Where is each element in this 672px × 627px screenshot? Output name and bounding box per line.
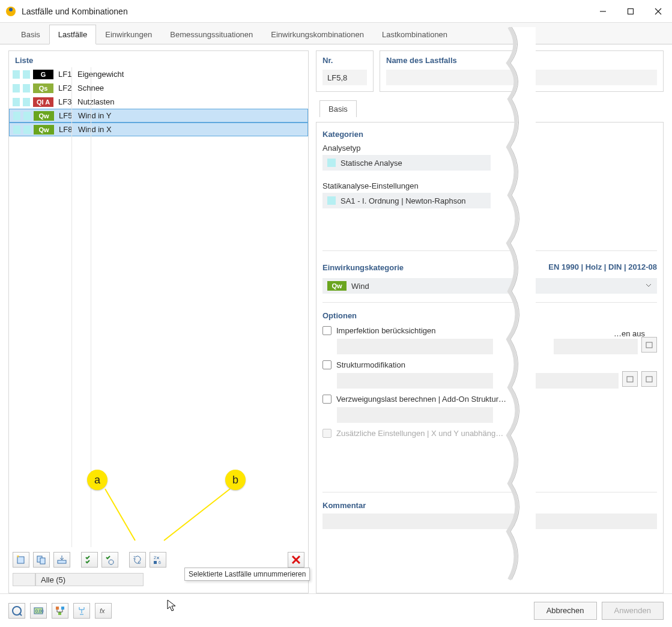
statik-value: SA1 - I. Ordnung | Newton-Raphson xyxy=(341,196,466,205)
checkbox[interactable] xyxy=(322,360,331,369)
name-label: Name des Lastfalls xyxy=(380,51,663,66)
tab-lastfaelle[interactable]: Lastfälle xyxy=(49,25,96,44)
maximize-button[interactable] xyxy=(617,0,644,23)
select-all-button[interactable] xyxy=(81,552,98,568)
einwirk-value: Wind xyxy=(351,282,369,291)
design-code: EN 1990 | Holz | DIN | 2012-08 xyxy=(548,262,657,271)
fx-button[interactable]: fx xyxy=(95,603,112,619)
list-heading: Liste xyxy=(9,51,308,67)
svg-rect-12 xyxy=(58,560,66,563)
analyse-label: Analysetyp xyxy=(322,144,657,153)
subtab-basis[interactable]: Basis xyxy=(319,100,357,117)
svg-rect-20 xyxy=(646,342,652,348)
new-button[interactable] xyxy=(13,552,29,568)
name-box: Name des Lastfalls xyxy=(380,50,664,92)
name-input[interactable] xyxy=(386,70,657,85)
panel-details: Nr. LF5,8 Name des Lastfalls Basis Kateg… xyxy=(316,50,664,593)
help-button[interactable] xyxy=(8,603,25,619)
calc-button[interactable] xyxy=(73,603,90,619)
option-input[interactable] xyxy=(337,407,493,423)
svg-rect-11 xyxy=(40,558,45,564)
nr-box: Nr. LF5,8 xyxy=(316,50,374,92)
copy-button[interactable] xyxy=(33,552,50,568)
deselect-button[interactable] xyxy=(101,552,118,568)
nr-label: Nr. xyxy=(316,51,373,66)
list-toolbar: 26 26 Selektierte Lastfälle umnummeriere… xyxy=(9,547,308,593)
swatch-icon xyxy=(327,196,336,205)
option-label: Strukturmodifikation xyxy=(336,360,405,369)
svg-rect-3 xyxy=(628,8,634,14)
cancel-button[interactable]: Abbrechen xyxy=(534,602,597,620)
svg-text:0,00: 0,00 xyxy=(35,609,44,613)
loadcase-list[interactable]: G LF1 Eigengewicht Qs LF2 Schnee QI A LF… xyxy=(9,67,308,547)
detail-subtabs: Basis xyxy=(316,97,664,117)
svg-text:2: 2 xyxy=(154,556,156,560)
statik-dropdown[interactable]: SA1 - I. Ordnung | Newton-Raphson xyxy=(322,193,491,208)
svg-rect-22 xyxy=(646,377,652,382)
option-label: Imperfektion berücksichtigen xyxy=(336,326,435,335)
option-input-right[interactable] xyxy=(554,339,638,354)
tab-basis[interactable]: Basis xyxy=(12,25,49,44)
checkbox[interactable] xyxy=(322,395,331,404)
filter-label: Alle (5) xyxy=(41,575,65,584)
svg-line-7 xyxy=(164,489,230,541)
tab-bemessung[interactable]: Bemessungssituationen xyxy=(161,25,262,44)
optionen-heading: Optionen xyxy=(322,311,657,320)
category-badge: Qw xyxy=(327,281,347,291)
renumber-selected-button[interactable]: 26 xyxy=(150,552,166,568)
einwirk-dropdown[interactable]: Qw Wind xyxy=(322,278,657,294)
content-area: Liste G LF1 Eigengewicht Qs LF2 Schnee xyxy=(0,44,672,593)
checkbox[interactable] xyxy=(322,326,331,335)
app-icon xyxy=(5,5,17,17)
filter-dropdown[interactable]: Alle (5) xyxy=(35,573,144,586)
svg-line-24 xyxy=(19,613,22,616)
option-strukturmod[interactable]: Strukturmodifikation xyxy=(322,360,657,369)
option-input[interactable] xyxy=(337,373,493,389)
kommentar-input[interactable] xyxy=(322,513,657,529)
delete-button[interactable] xyxy=(288,552,304,568)
option-zusaetzlich: Zusätzliche Einstellungen | X und Y unab… xyxy=(322,429,657,438)
option-label: Verzweigungslast berechnen | Add-On Stru… xyxy=(336,395,506,404)
option-imperfektion[interactable]: Imperfektion berücksichtigen xyxy=(322,326,657,335)
minimize-button[interactable] xyxy=(589,0,617,23)
analyse-dropdown[interactable]: Statische Analyse xyxy=(322,155,491,171)
svg-point-1 xyxy=(9,8,13,11)
swatch-icon xyxy=(327,159,336,167)
svg-rect-27 xyxy=(56,607,59,610)
tab-einwirkkomb[interactable]: Einwirkungskombinationen xyxy=(262,25,373,44)
right-text-fragment: …en aus xyxy=(614,329,645,338)
apply-button[interactable]: Anwenden xyxy=(602,602,664,620)
units-button[interactable]: 0,00 xyxy=(30,603,47,619)
filter-prev-button[interactable] xyxy=(13,573,35,586)
annotation-b: b xyxy=(225,470,246,490)
svg-line-6 xyxy=(105,489,135,541)
svg-rect-21 xyxy=(627,377,633,382)
kategorien-heading: Kategorien xyxy=(322,130,657,139)
svg-rect-8 xyxy=(17,557,24,563)
svg-rect-17 xyxy=(154,561,157,564)
nr-input[interactable]: LF5,8 xyxy=(322,70,367,85)
option-label: Zusätzliche Einstellungen | X und Y unab… xyxy=(336,429,503,438)
tab-lastkomb[interactable]: Lastkombinationen xyxy=(373,25,456,44)
tooltip: Selektierte Lastfälle umnummerieren xyxy=(184,568,310,581)
detail-body: Kategorien Analysetyp Statische Analyse … xyxy=(316,122,664,593)
edit-button[interactable] xyxy=(641,371,657,387)
chevron-down-icon xyxy=(645,282,652,291)
option-input[interactable] xyxy=(337,339,493,354)
analyse-value: Statische Analyse xyxy=(341,159,402,168)
cursor-icon xyxy=(167,599,177,613)
kommentar-heading: Kommentar xyxy=(322,501,657,510)
edit-button[interactable] xyxy=(641,337,657,353)
tree-button[interactable] xyxy=(52,603,68,619)
main-tabstrip: Basis Lastfälle Einwirkungen Bemessungss… xyxy=(0,23,672,44)
tab-einwirkungen[interactable]: Einwirkungen xyxy=(96,25,161,44)
close-button[interactable] xyxy=(644,0,672,23)
svg-rect-29 xyxy=(58,612,61,615)
option-input-right[interactable] xyxy=(534,373,619,389)
titlebar: Lastfälle und Kombinationen xyxy=(0,0,672,23)
edit-button[interactable] xyxy=(622,371,638,387)
annotation-a: a xyxy=(87,470,107,490)
renumber-all-button[interactable]: 26 xyxy=(129,552,146,568)
import-button[interactable] xyxy=(53,552,70,568)
option-verzweigung[interactable]: Verzweigungslast berechnen | Add-On Stru… xyxy=(322,395,657,404)
